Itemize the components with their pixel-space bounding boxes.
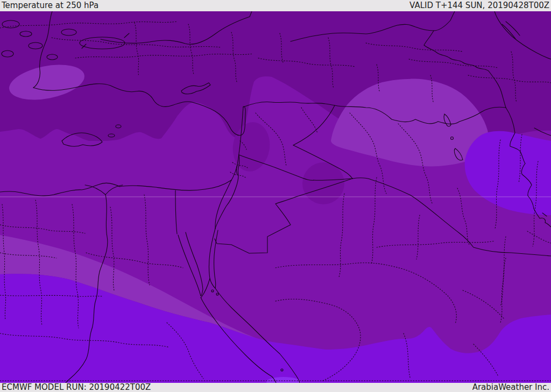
temperature-map xyxy=(0,11,551,383)
brand-label: ArabiaWeather Inc. xyxy=(472,383,549,391)
model-run-label: ECMWF MODEL RUN: 20190422T00Z xyxy=(2,383,151,391)
valid-time-label: VALID T+144 SUN, 20190428T00Z xyxy=(409,2,549,10)
footer-bar: ECMWF MODEL RUN: 20190422T00Z ArabiaWeat… xyxy=(0,383,551,392)
weather-map-page: { "header": { "title": "Temperature at 2… xyxy=(0,0,551,392)
map-title: Temperature at 250 hPa xyxy=(2,2,98,10)
header-bar: Temperature at 250 hPa VALID T+144 SUN, … xyxy=(0,0,551,11)
